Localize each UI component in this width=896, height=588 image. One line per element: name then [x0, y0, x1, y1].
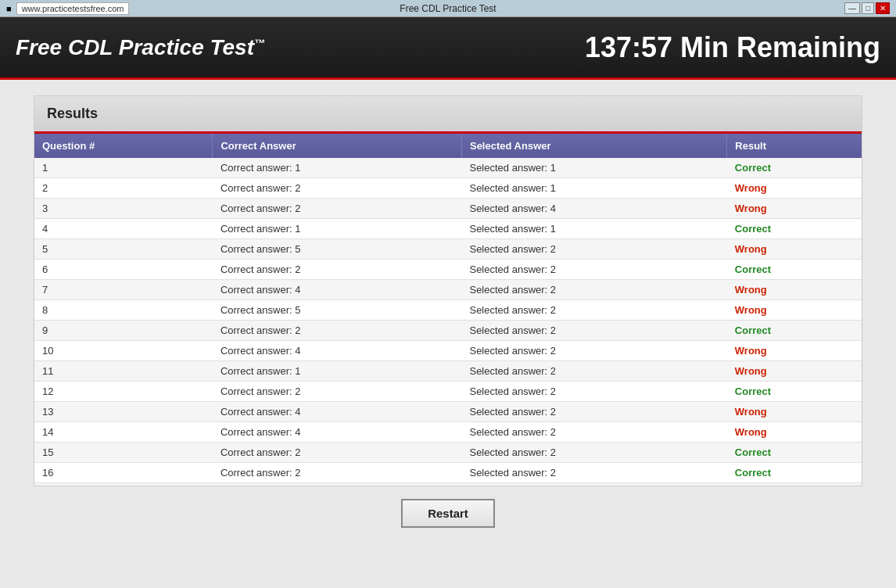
- cell-question-number: 13: [34, 402, 213, 422]
- table-row: 17Correct answer: 1Selected answer: 2Wro…: [34, 483, 862, 486]
- cell-selected-answer: Selected answer: 2: [461, 260, 726, 280]
- cell-correct-answer: Correct answer: 2: [213, 260, 462, 280]
- cell-question-number: 3: [34, 199, 213, 219]
- cell-result: Wrong: [727, 422, 862, 443]
- table-row: 6Correct answer: 2Selected answer: 2Corr…: [34, 260, 862, 280]
- cell-correct-answer: Correct answer: 2: [213, 178, 462, 199]
- table-row: 1Correct answer: 1Selected answer: 1Corr…: [34, 158, 862, 178]
- table-row: 10Correct answer: 4Selected answer: 2Wro…: [34, 341, 862, 361]
- table-row: 12Correct answer: 2Selected answer: 2Cor…: [34, 382, 862, 402]
- cell-selected-answer: Selected answer: 1: [461, 178, 726, 199]
- results-heading: Results: [47, 106, 849, 122]
- cell-question-number: 4: [34, 219, 213, 239]
- cell-selected-answer: Selected answer: 1: [461, 158, 726, 178]
- col-correct-answer: Correct Answer: [213, 134, 462, 158]
- close-button[interactable]: ✕: [876, 2, 890, 14]
- cell-question-number: 17: [34, 483, 213, 486]
- table-row: 13Correct answer: 4Selected answer: 2Wro…: [34, 402, 862, 422]
- cell-question-number: 11: [34, 361, 213, 382]
- cell-question-number: 16: [34, 463, 213, 483]
- cell-correct-answer: Correct answer: 4: [213, 341, 462, 361]
- cell-selected-answer: Selected answer: 2: [461, 280, 726, 300]
- cell-correct-answer: Correct answer: 1: [213, 158, 462, 178]
- results-table-wrapper[interactable]: Question # Correct Answer Selected Answe…: [34, 134, 862, 486]
- table-row: 11Correct answer: 1Selected answer: 2Wro…: [34, 361, 862, 382]
- cell-selected-answer: Selected answer: 4: [461, 199, 726, 219]
- results-container: Results Question # Correct Answer Select…: [34, 95, 862, 486]
- cell-question-number: 6: [34, 260, 213, 280]
- results-table: Question # Correct Answer Selected Answe…: [34, 134, 862, 486]
- table-row: 9Correct answer: 2Selected answer: 2Corr…: [34, 321, 862, 341]
- cell-correct-answer: Correct answer: 5: [213, 239, 462, 260]
- cell-selected-answer: Selected answer: 2: [461, 361, 726, 382]
- cell-selected-answer: Selected answer: 1: [461, 219, 726, 239]
- cell-correct-answer: Correct answer: 2: [213, 463, 462, 483]
- cell-result: Wrong: [727, 178, 862, 199]
- cell-correct-answer: Correct answer: 4: [213, 422, 462, 443]
- results-header: Results: [34, 96, 862, 134]
- cell-question-number: 12: [34, 382, 213, 402]
- maximize-button[interactable]: □: [862, 2, 874, 14]
- cell-question-number: 10: [34, 341, 213, 361]
- cell-question-number: 2: [34, 178, 213, 199]
- col-selected-answer: Selected Answer: [461, 134, 726, 158]
- cell-question-number: 5: [34, 239, 213, 260]
- col-question: Question #: [34, 134, 213, 158]
- cell-result: Correct: [727, 321, 862, 341]
- table-row: 7Correct answer: 4Selected answer: 2Wron…: [34, 280, 862, 300]
- cell-result: Correct: [727, 382, 862, 402]
- table-row: 14Correct answer: 4Selected answer: 2Wro…: [34, 422, 862, 443]
- cell-selected-answer: Selected answer: 2: [461, 422, 726, 443]
- restart-button[interactable]: Restart: [401, 499, 495, 528]
- cell-question-number: 15: [34, 443, 213, 463]
- table-row: 4Correct answer: 1Selected answer: 1Corr…: [34, 219, 862, 239]
- cell-correct-answer: Correct answer: 4: [213, 402, 462, 422]
- cell-correct-answer: Correct answer: 1: [213, 219, 462, 239]
- cell-result: Wrong: [727, 239, 862, 260]
- cell-question-number: 14: [34, 422, 213, 443]
- cell-result: Wrong: [727, 341, 862, 361]
- cell-result: Wrong: [727, 483, 862, 486]
- minimize-button[interactable]: —: [844, 2, 860, 14]
- table-header: Question # Correct Answer Selected Answe…: [34, 134, 862, 158]
- window-controls: — □ ✕: [844, 2, 890, 14]
- url-bar: www.practicetestsfree.com: [16, 2, 130, 15]
- cell-correct-answer: Correct answer: 2: [213, 443, 462, 463]
- cell-selected-answer: Selected answer: 2: [461, 443, 726, 463]
- cell-correct-answer: Correct answer: 2: [213, 199, 462, 219]
- cell-selected-answer: Selected answer: 2: [461, 483, 726, 486]
- cell-selected-answer: Selected answer: 2: [461, 300, 726, 321]
- table-row: 16Correct answer: 2Selected answer: 2Cor…: [34, 463, 862, 483]
- cell-selected-answer: Selected answer: 2: [461, 239, 726, 260]
- cell-result: Wrong: [727, 402, 862, 422]
- cell-selected-answer: Selected answer: 2: [461, 321, 726, 341]
- cell-result: Wrong: [727, 361, 862, 382]
- cell-result: Correct: [727, 158, 862, 178]
- restart-area: Restart: [401, 499, 495, 528]
- cell-question-number: 9: [34, 321, 213, 341]
- cell-selected-answer: Selected answer: 2: [461, 382, 726, 402]
- cell-result: Wrong: [727, 199, 862, 219]
- cell-correct-answer: Correct answer: 5: [213, 300, 462, 321]
- table-row: 2Correct answer: 2Selected answer: 1Wron…: [34, 178, 862, 199]
- cell-selected-answer: Selected answer: 2: [461, 463, 726, 483]
- timer-display: 137:57 Min Remaining: [585, 31, 880, 64]
- cell-selected-answer: Selected answer: 2: [461, 402, 726, 422]
- main-content: Results Question # Correct Answer Select…: [0, 80, 896, 588]
- cell-result: Wrong: [727, 280, 862, 300]
- cell-result: Wrong: [727, 300, 862, 321]
- table-row: 8Correct answer: 5Selected answer: 2Wron…: [34, 300, 862, 321]
- col-result: Result: [727, 134, 862, 158]
- cell-result: Correct: [727, 260, 862, 280]
- cell-correct-answer: Correct answer: 1: [213, 483, 462, 486]
- cell-result: Correct: [727, 443, 862, 463]
- cell-correct-answer: Correct answer: 4: [213, 280, 462, 300]
- app-header: Free CDL Practice Test™ 137:57 Min Remai…: [0, 17, 896, 80]
- app-title: Free CDL Practice Test™: [16, 35, 265, 60]
- table-row: 15Correct answer: 2Selected answer: 2Cor…: [34, 443, 862, 463]
- titlebar: ■ www.practicetestsfree.com Free CDL Pra…: [0, 0, 896, 17]
- cell-correct-answer: Correct answer: 2: [213, 321, 462, 341]
- titlebar-left: ■ www.practicetestsfree.com: [6, 2, 129, 15]
- table-row: 5Correct answer: 5Selected answer: 2Wron…: [34, 239, 862, 260]
- cell-question-number: 7: [34, 280, 213, 300]
